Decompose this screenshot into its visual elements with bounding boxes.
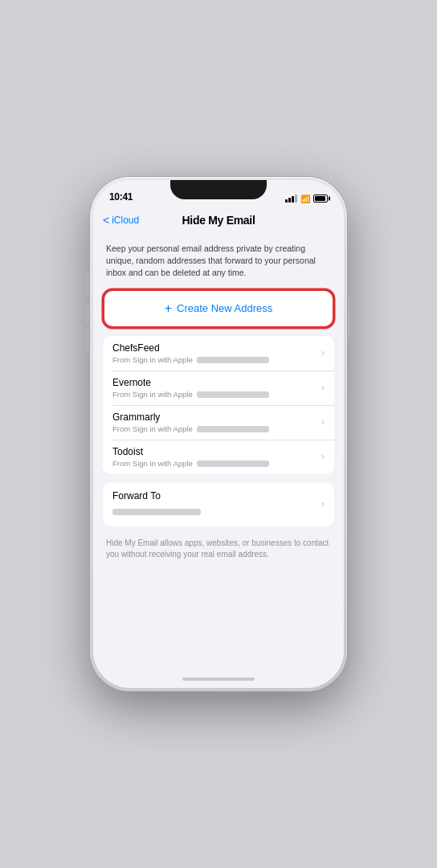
list-item-content: ChefsFeed From Sign in with Apple bbox=[112, 342, 321, 364]
footer-text: Hide My Email allows apps, websites, or … bbox=[93, 534, 344, 570]
create-button-label: Create New Address bbox=[177, 302, 272, 314]
phone-screen: 10:41 📶 < iCloud Hide My Email Keep y bbox=[93, 180, 344, 688]
page-title: Hide My Email bbox=[182, 214, 255, 227]
chevron-right-icon: › bbox=[321, 498, 325, 510]
list-item-title: Todoist bbox=[112, 446, 321, 457]
chevron-right-icon: › bbox=[321, 451, 325, 462]
forward-to-item[interactable]: Forward To › bbox=[103, 482, 334, 526]
forward-item-content: Forward To bbox=[112, 490, 321, 518]
list-item-subtitle: From Sign in with Apple bbox=[112, 355, 321, 364]
phone-device: 10:41 📶 < iCloud Hide My Email Keep y bbox=[90, 177, 347, 691]
plus-icon: + bbox=[165, 302, 172, 315]
list-item-title: Grammarly bbox=[112, 411, 321, 423]
forward-email-blur bbox=[112, 509, 201, 515]
back-label: iCloud bbox=[112, 215, 139, 226]
chevron-right-icon: › bbox=[321, 382, 325, 393]
create-button-wrapper: + Create New Address bbox=[93, 289, 344, 336]
list-item-content: Grammarly From Sign in with Apple bbox=[112, 411, 321, 433]
list-item-title: ChefsFeed bbox=[112, 342, 321, 354]
home-indicator bbox=[93, 670, 344, 688]
main-content: Keep your personal email address private… bbox=[93, 235, 344, 670]
email-blur bbox=[197, 357, 269, 363]
list-item-subtitle: From Sign in with Apple bbox=[112, 459, 321, 468]
chevron-right-icon: › bbox=[321, 416, 325, 428]
email-blur bbox=[197, 461, 269, 467]
list-item-subtitle: From Sign in with Apple bbox=[112, 390, 321, 399]
forward-to-section: Forward To › bbox=[103, 482, 334, 526]
battery-icon bbox=[313, 194, 328, 203]
description-text: Keep your personal email address private… bbox=[93, 235, 344, 289]
email-blur bbox=[197, 391, 269, 398]
nav-bar: < iCloud Hide My Email bbox=[93, 206, 344, 235]
list-item-chefsfeed[interactable]: ChefsFeed From Sign in with Apple › bbox=[103, 336, 334, 371]
list-item-todoist[interactable]: Todoist From Sign in with Apple › bbox=[103, 440, 334, 474]
chevron-left-icon: < bbox=[103, 214, 109, 227]
list-item-content: Todoist From Sign in with Apple bbox=[112, 446, 321, 468]
list-item-grammarly[interactable]: Grammarly From Sign in with Apple › bbox=[103, 405, 334, 440]
home-bar bbox=[182, 678, 255, 681]
list-item-evernote[interactable]: Evernote From Sign in with Apple › bbox=[103, 371, 334, 405]
create-new-address-button[interactable]: + Create New Address bbox=[103, 289, 334, 328]
signal-icon bbox=[285, 194, 297, 203]
back-button[interactable]: < iCloud bbox=[103, 214, 139, 227]
email-list-section: ChefsFeed From Sign in with Apple › Ever… bbox=[103, 336, 334, 474]
list-item-content: Evernote From Sign in with Apple bbox=[112, 377, 321, 399]
status-icons: 📶 bbox=[285, 194, 328, 203]
email-blur bbox=[197, 426, 269, 432]
status-time: 10:41 bbox=[109, 191, 133, 203]
chevron-right-icon: › bbox=[321, 347, 325, 358]
forward-title: Forward To bbox=[112, 490, 321, 502]
wifi-icon: 📶 bbox=[300, 194, 310, 203]
list-item-title: Evernote bbox=[112, 377, 321, 388]
notch bbox=[170, 180, 267, 199]
list-item-subtitle: From Sign in with Apple bbox=[112, 424, 321, 433]
